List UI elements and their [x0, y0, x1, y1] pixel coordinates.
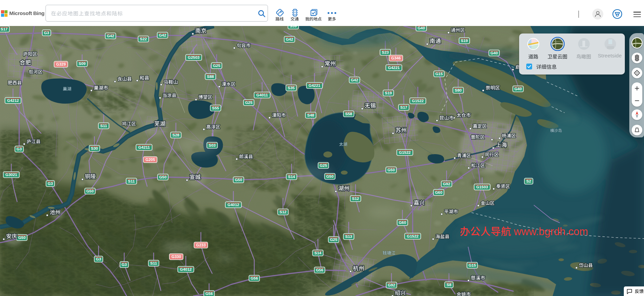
svg-text:S17: S17: [1, 27, 8, 31]
svg-text:G42: G42: [286, 37, 293, 41]
svg-text:G4012: G4012: [228, 203, 240, 207]
svg-text:G1503: G1503: [476, 185, 488, 189]
svg-text:S28: S28: [172, 133, 180, 137]
svg-text:G3: G3: [16, 147, 22, 151]
svg-text:G233: G233: [196, 243, 206, 247]
svg-text:S48: S48: [307, 113, 314, 117]
svg-text:G56: G56: [250, 276, 258, 280]
svg-text:G1522: G1522: [399, 150, 411, 154]
svg-text:G4012: G4012: [180, 267, 192, 271]
svg-text:S12: S12: [280, 210, 286, 214]
svg-text:G42: G42: [351, 78, 358, 82]
svg-text:G25: G25: [245, 100, 253, 105]
svg-text:G4212: G4212: [7, 98, 19, 103]
svg-text:G205: G205: [145, 158, 155, 162]
svg-text:G92: G92: [388, 283, 395, 287]
svg-text:S23: S23: [382, 50, 389, 54]
svg-text:S17: S17: [400, 105, 407, 109]
svg-text:G3021: G3021: [5, 173, 17, 177]
svg-text:S35: S35: [288, 86, 295, 90]
svg-text:S88: S88: [207, 75, 214, 79]
svg-text:G50: G50: [86, 189, 94, 193]
svg-text:G1522: G1522: [412, 99, 424, 103]
svg-text:S55: S55: [212, 106, 219, 110]
svg-text:G42: G42: [107, 34, 114, 38]
svg-text:S12: S12: [352, 197, 359, 201]
svg-text:G56: G56: [316, 268, 323, 272]
svg-text:G50: G50: [326, 174, 334, 178]
svg-text:S14: S14: [314, 251, 322, 255]
svg-text:G2503: G2503: [188, 55, 200, 59]
svg-text:G346: G346: [391, 56, 401, 60]
svg-text:G50: G50: [387, 168, 395, 172]
svg-text:G3: G3: [44, 31, 49, 35]
svg-text:G60: G60: [435, 190, 442, 194]
svg-text:G40: G40: [490, 51, 498, 55]
svg-text:G4221: G4221: [388, 66, 400, 70]
svg-text:S80: S80: [455, 88, 462, 92]
svg-text:S19: S19: [385, 91, 392, 95]
svg-text:G40: G40: [417, 26, 425, 30]
svg-text:S03: S03: [209, 143, 216, 147]
svg-text:G60: G60: [399, 220, 406, 225]
svg-text:S58: S58: [345, 112, 352, 116]
svg-text:S14: S14: [288, 175, 295, 179]
svg-text:G50: G50: [235, 178, 242, 182]
svg-text:G15: G15: [435, 72, 443, 76]
svg-text:S19: S19: [461, 39, 468, 43]
svg-text:G50: G50: [18, 236, 26, 240]
svg-text:G50: G50: [159, 175, 167, 179]
svg-text:G329: G329: [56, 62, 66, 66]
svg-text:S22: S22: [140, 37, 147, 41]
svg-text:G4221: G4221: [309, 83, 321, 88]
svg-text:G4011: G4011: [256, 93, 268, 97]
svg-text:G3: G3: [96, 257, 101, 261]
svg-text:S11: S11: [150, 261, 157, 265]
svg-text:G1522: G1522: [407, 234, 419, 238]
svg-text:S11: S11: [100, 124, 107, 128]
svg-text:S30: S30: [91, 146, 98, 150]
svg-text:G25: G25: [213, 64, 220, 68]
svg-text:G25: G25: [330, 238, 337, 242]
svg-text:G330: G330: [171, 255, 181, 259]
svg-text:S8: S8: [447, 283, 452, 287]
svg-text:G4211: G4211: [138, 145, 150, 149]
svg-text:S09: S09: [79, 62, 86, 66]
svg-text:G92: G92: [443, 182, 450, 186]
svg-text:S11: S11: [128, 179, 135, 183]
svg-text:G56: G56: [205, 292, 213, 296]
svg-text:G3: G3: [121, 263, 127, 267]
svg-text:G42: G42: [159, 33, 166, 37]
svg-text:S13: S13: [345, 234, 352, 239]
svg-text:www.bgrdh.com: www.bgrdh.com: [514, 226, 588, 238]
svg-text:G25: G25: [320, 163, 327, 167]
svg-text:G3: G3: [48, 181, 53, 186]
svg-text:S2: S2: [526, 179, 531, 183]
svg-text:G15: G15: [468, 263, 476, 267]
svg-text:G40: G40: [514, 87, 522, 91]
